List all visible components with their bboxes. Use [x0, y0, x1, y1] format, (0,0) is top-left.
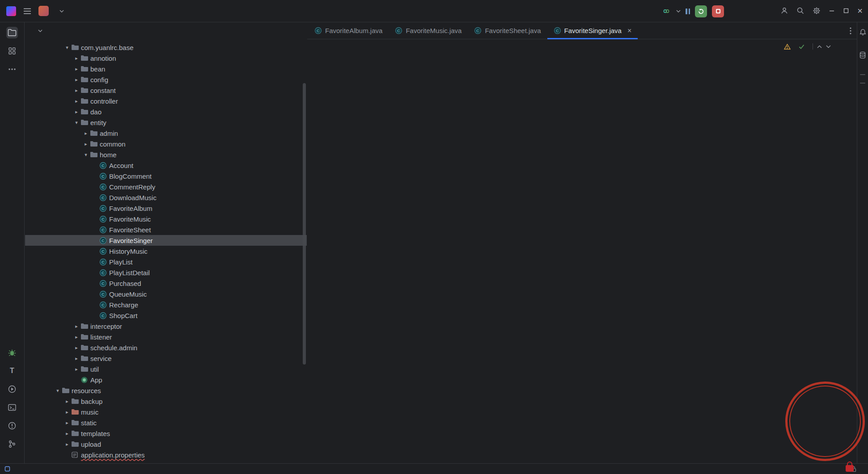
tree-item-HistoryMusic[interactable]: CHistoryMusic	[25, 246, 307, 256]
structure-tool-icon[interactable]	[6, 45, 18, 57]
tree-item-util[interactable]: ▸util	[25, 364, 307, 374]
chevron-open-icon[interactable]: ▾	[82, 152, 90, 158]
tree-item-FavoriteAlbum[interactable]: CFavoriteAlbum	[25, 203, 307, 214]
tree-item-Recharge[interactable]: CRecharge	[25, 299, 307, 310]
tree-item-backup[interactable]: ▸backup	[25, 396, 307, 407]
more-tools-icon[interactable]	[6, 63, 18, 75]
tree-item-dao[interactable]: ▸dao	[25, 106, 307, 117]
chevron-closed-icon[interactable]: ▸	[82, 141, 90, 147]
settings-gear-icon[interactable]	[813, 7, 821, 15]
tree-item-admin[interactable]: ▸admin	[25, 128, 307, 138]
tree-item-ShopCart[interactable]: CShopCart	[25, 310, 307, 321]
chevron-closed-icon[interactable]: ▸	[82, 130, 90, 136]
run-tool-icon[interactable]	[6, 383, 18, 395]
tree-item-music[interactable]: ▸music	[25, 407, 307, 417]
tree-item-CommentReply[interactable]: CCommentReply	[25, 181, 307, 192]
pause-icon[interactable]	[686, 8, 690, 14]
tree-item-static[interactable]: ▸static	[25, 417, 307, 428]
tree-item-resources[interactable]: ▾resources	[25, 385, 307, 396]
tree-item-PlayList[interactable]: CPlayList	[25, 256, 307, 267]
folder-icon	[80, 333, 90, 340]
chevron-closed-icon[interactable]: ▸	[72, 55, 80, 61]
main-menu-button[interactable]	[21, 5, 33, 17]
chevron-open-icon[interactable]: ▾	[72, 120, 80, 126]
tree-item-label: bean	[90, 65, 105, 73]
tab-FavoriteMusic.java[interactable]: CFavoriteMusic.java	[389, 22, 468, 39]
chevron-closed-icon[interactable]: ▸	[72, 88, 80, 93]
chevron-closed-icon[interactable]: ▸	[72, 98, 80, 104]
folder-icon	[71, 419, 81, 426]
stop-button[interactable]	[712, 5, 724, 17]
chevron-closed-icon[interactable]: ▸	[72, 334, 80, 340]
tree-item-FavoriteMusic[interactable]: CFavoriteMusic	[25, 214, 307, 224]
problems-tool-icon[interactable]	[6, 420, 18, 432]
project-panel-header[interactable]	[25, 22, 307, 39]
svg-text:C: C	[102, 174, 105, 179]
project-scrollbar[interactable]	[303, 83, 306, 365]
tab-close-icon[interactable]: ×	[627, 28, 631, 34]
tree-item-BlogComment[interactable]: CBlogComment	[25, 171, 307, 181]
tree-item-label: FavoriteAlbum	[109, 205, 152, 212]
minimize-icon[interactable]	[829, 8, 835, 14]
tree-item-application.properties[interactable]: application.properties	[25, 449, 307, 460]
tree-item-bean[interactable]: ▸bean	[25, 63, 307, 74]
profile-icon[interactable]	[780, 7, 788, 15]
tree-item-constant[interactable]: ▸constant	[25, 85, 307, 96]
tree-item-DownloadMusic[interactable]: CDownloadMusic	[25, 192, 307, 203]
notifications-bell-icon[interactable]	[859, 29, 867, 36]
tree-item-home[interactable]: ▾home	[25, 149, 307, 160]
search-icon[interactable]	[796, 7, 804, 15]
chevron-closed-icon[interactable]: ▸	[72, 77, 80, 83]
maximize-icon[interactable]	[843, 8, 849, 14]
tree-item-interceptor[interactable]: ▸interceptor	[25, 321, 307, 331]
tree-item-Account[interactable]: CAccount	[25, 160, 307, 171]
git-tool-icon[interactable]	[6, 438, 18, 450]
project-tool-icon[interactable]	[6, 27, 18, 38]
todo-tool-icon[interactable]: T	[6, 365, 18, 377]
terminal-tool-icon[interactable]	[6, 402, 18, 413]
chevron-closed-icon[interactable]: ▸	[72, 109, 80, 115]
tree-item-FavoriteSheet[interactable]: CFavoriteSheet	[25, 224, 307, 235]
code-area[interactable]	[307, 39, 857, 463]
tab-FavoriteSheet.java[interactable]: CFavoriteSheet.java	[468, 22, 547, 39]
tree-item-entity[interactable]: ▾entity	[25, 117, 307, 128]
chevron-closed-icon[interactable]: ▸	[72, 345, 80, 351]
chevron-closed-icon[interactable]: ▸	[63, 441, 71, 447]
tree-item-com.yuanlrc.base[interactable]: ▾com.yuanlrc.base	[25, 42, 307, 53]
debug-bug-icon[interactable]	[6, 347, 18, 358]
tree-item-PlayListDetail[interactable]: CPlayListDetail	[25, 267, 307, 278]
tab-FavoriteAlbum.java[interactable]: CFavoriteAlbum.java	[308, 22, 389, 39]
tree-item-annotion[interactable]: ▸annotion	[25, 53, 307, 63]
tree-item-FavoriteSinger[interactable]: CFavoriteSinger	[25, 235, 307, 246]
tab-list-menu-icon[interactable]	[850, 22, 851, 39]
tree-item-Purchased[interactable]: CPurchased	[25, 278, 307, 289]
tree-item-common[interactable]: ▸common	[25, 138, 307, 149]
close-icon[interactable]: ×	[857, 7, 863, 15]
chevron-closed-icon[interactable]: ▸	[72, 323, 80, 329]
run-config-icon	[663, 8, 670, 15]
tree-item-QueueMusic[interactable]: CQueueMusic	[25, 289, 307, 299]
database-icon[interactable]	[859, 51, 866, 59]
tree-item-templates[interactable]: ▸templates	[25, 428, 307, 439]
folder-icon	[80, 119, 90, 126]
chevron-open-icon[interactable]: ▾	[63, 45, 71, 50]
chevron-open-icon[interactable]: ▾	[54, 388, 62, 394]
chevron-closed-icon[interactable]: ▸	[63, 398, 71, 404]
tree-item-config[interactable]: ▸config	[25, 74, 307, 85]
tree-item-upload[interactable]: ▸upload	[25, 439, 307, 449]
chevron-closed-icon[interactable]: ▸	[63, 431, 71, 436]
rerun-button[interactable]	[695, 5, 707, 17]
tree-item-service[interactable]: ▸service	[25, 353, 307, 364]
tree-item-schedule.admin[interactable]: ▸schedule.admin	[25, 342, 307, 353]
chevron-down-icon[interactable]	[59, 10, 64, 13]
tree-item-controller[interactable]: ▸controller	[25, 96, 307, 106]
chevron-closed-icon[interactable]: ▸	[63, 420, 71, 426]
chevron-closed-icon[interactable]: ▸	[63, 409, 71, 415]
chevron-closed-icon[interactable]: ▸	[72, 66, 80, 72]
run-config-selector[interactable]	[663, 8, 681, 15]
tree-item-listener[interactable]: ▸listener	[25, 331, 307, 342]
chevron-closed-icon[interactable]: ▸	[72, 366, 80, 372]
chevron-closed-icon[interactable]: ▸	[72, 356, 80, 361]
tree-item-App[interactable]: App	[25, 374, 307, 385]
tab-FavoriteSinger.java[interactable]: CFavoriteSinger.java×	[547, 22, 638, 39]
